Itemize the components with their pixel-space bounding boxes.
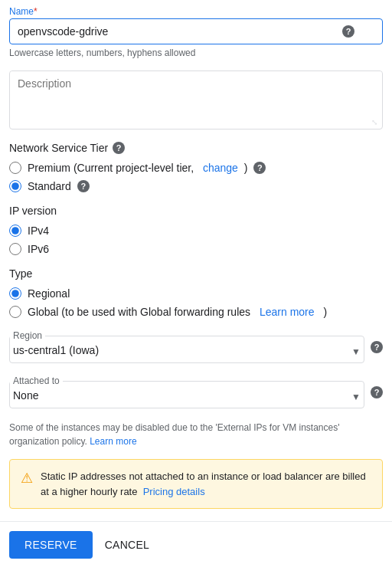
name-field-label: Name* (9, 6, 383, 17)
standard-radio-option: Standard ? (9, 180, 383, 192)
attached-to-row: Attached to None ▼ ? (9, 375, 383, 408)
premium-change-link[interactable]: change (203, 162, 238, 174)
warning-icon: ⚠ (21, 470, 33, 487)
standard-help-icon[interactable]: ? (77, 180, 90, 192)
network-service-tier-label: Network Service Tier (9, 142, 108, 154)
ipv4-label[interactable]: IPv4 (28, 225, 49, 237)
warning-text: Static IP addresses not attached to an i… (41, 469, 371, 499)
standard-label[interactable]: Standard ? (28, 180, 90, 192)
region-row: Region us-central1 (Iowa) us-east1 (Sout… (9, 330, 383, 363)
premium-radio[interactable] (9, 162, 21, 174)
ipv4-radio[interactable] (9, 225, 21, 237)
region-select[interactable]: us-central1 (Iowa) us-east1 (South Carol… (10, 341, 364, 362)
org-policy-note: Some of the instances may be disabled du… (9, 421, 383, 448)
ipv4-radio-option: IPv4 (9, 225, 383, 237)
attached-to-help-icon[interactable]: ? (371, 386, 383, 398)
ip-version-section: IP version IPv4 IPv6 (9, 205, 383, 255)
name-hint: Lowercase letters, numbers, hyphens allo… (9, 48, 383, 58)
global-radio-option: Global (to be used with Global forwardin… (9, 306, 383, 318)
reserve-button[interactable]: RESERVE (9, 531, 93, 559)
region-help-icon[interactable]: ? (371, 341, 383, 353)
global-radio[interactable] (9, 306, 21, 318)
pricing-details-link[interactable]: Pricing details (143, 486, 205, 497)
region-legend: Region (10, 330, 45, 341)
name-help-icon[interactable]: ? (342, 25, 354, 38)
network-tier-help-icon[interactable]: ? (113, 142, 125, 154)
cancel-button[interactable]: CANCEL (102, 531, 152, 559)
description-textarea[interactable] (10, 71, 382, 126)
textarea-resize-handle[interactable]: ⤡ (371, 118, 381, 127)
ip-version-label: IP version (9, 205, 383, 217)
name-input[interactable] (18, 25, 342, 38)
global-label[interactable]: Global (to be used with Global forwardin… (28, 306, 327, 318)
regional-radio-option: Regional (9, 287, 383, 300)
standard-radio[interactable] (9, 180, 21, 192)
description-field: ⤡ (9, 70, 383, 130)
ipv6-radio-option: IPv6 (9, 243, 383, 255)
name-input-wrapper: ? (9, 18, 383, 44)
global-learn-more-link[interactable]: Learn more (260, 306, 315, 318)
premium-radio-option: Premium (Current project-level tier, cha… (9, 162, 383, 174)
regional-label[interactable]: Regional (28, 287, 70, 300)
premium-label[interactable]: Premium (Current project-level tier, cha… (28, 162, 266, 174)
type-section: Type Regional Global (to be used with Gl… (9, 267, 383, 318)
footer-buttons: RESERVE CANCEL (0, 521, 392, 564)
type-label: Type (9, 267, 383, 280)
org-policy-learn-more-link[interactable]: Learn more (90, 436, 136, 447)
regional-radio[interactable] (9, 287, 21, 300)
attached-to-legend: Attached to (10, 375, 63, 386)
attached-to-select[interactable]: None (10, 386, 364, 408)
network-service-tier-section: Network Service Tier ? Premium (Current … (9, 142, 383, 192)
premium-help-icon[interactable]: ? (253, 162, 266, 174)
ipv6-radio[interactable] (9, 243, 21, 255)
ipv6-label[interactable]: IPv6 (28, 243, 49, 255)
billing-warning-box: ⚠ Static IP addresses not attached to an… (9, 459, 383, 509)
